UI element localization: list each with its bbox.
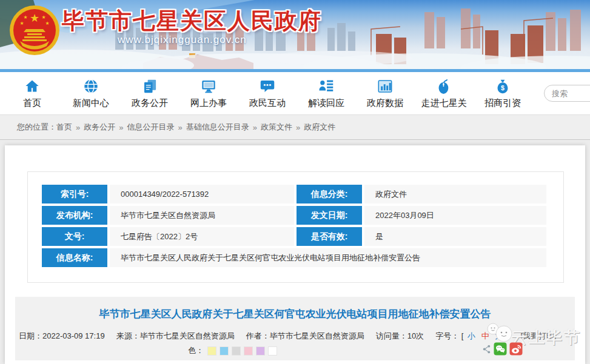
monitor-icon xyxy=(199,78,218,94)
document-info-box: 索引号: 000014349/2022-571392 信息分类: 政府文件 发布… xyxy=(27,171,564,283)
info-label-validity: 是否有效: xyxy=(297,227,362,246)
article-title: 毕节市七星关区人民政府关于七星关区何官屯农业光伏电站项目用地征地补偿安置公告 xyxy=(15,297,575,321)
breadcrumb-item-gov-affairs[interactable]: 政务公开 xyxy=(84,122,115,133)
breadcrumb-separator: » xyxy=(178,123,182,132)
info-value-validity: 是 xyxy=(364,227,546,246)
breadcrumb-item-policy-files[interactable]: 政策文件 xyxy=(261,122,292,133)
bar-chart-icon xyxy=(376,78,394,94)
svg-text:★: ★ xyxy=(41,15,45,20)
weibo-icon[interactable] xyxy=(509,342,523,356)
info-value-doc-number: 七星府告〔2022〕2号 xyxy=(110,227,294,246)
breadcrumb-item-info-catalog[interactable]: 信息公开目录 xyxy=(127,122,174,133)
national-emblem-logo[interactable]: ★ ★ ★ ★ ★ xyxy=(9,5,60,56)
info-value-issue-date: 2022年03月09日 xyxy=(364,206,546,225)
svg-text:★: ★ xyxy=(30,12,39,24)
documents-icon xyxy=(141,78,159,94)
nav-label: 政府数据 xyxy=(367,98,403,109)
info-label-issue-date: 发文日期: xyxy=(297,206,362,225)
nav-item-investment[interactable]: $ 招商引资 xyxy=(485,78,520,109)
nav-item-about-qixingguan[interactable]: 走进七星关 xyxy=(426,78,461,109)
meta-author: 作者：毕节市七星关区自然资源局 xyxy=(246,331,364,342)
nav-item-gov-affairs[interactable]: 政务公开 xyxy=(132,78,167,109)
nav-item-interpretation[interactable]: 解读回应 xyxy=(309,78,344,109)
breadcrumb-item-basic-info-catalog[interactable]: 基础信息公开目录 xyxy=(186,122,249,133)
nav-label: 网上办事 xyxy=(190,98,227,109)
main-nav: 首页 新闻中心 政务公开 网上办事 政民互动 xyxy=(0,72,590,115)
svg-text:★: ★ xyxy=(45,21,49,26)
info-value-index-number: 000014349/2022-571392 xyxy=(110,185,294,204)
nav-item-interaction[interactable]: 政民互动 xyxy=(250,78,285,109)
nav-label: 走进七星关 xyxy=(421,98,467,109)
nav-label: 解读回应 xyxy=(308,98,344,109)
nav-item-gov-data[interactable]: 政府数据 xyxy=(367,78,403,109)
search-input[interactable] xyxy=(552,89,590,98)
nav-label: 政民互动 xyxy=(249,98,286,109)
breadcrumb-separator: » xyxy=(253,123,257,132)
nav-item-home[interactable]: 首页 xyxy=(15,78,50,109)
nav-label: 政务公开 xyxy=(132,98,168,109)
color-swatch-yellow[interactable] xyxy=(208,347,216,355)
svg-text:★: ★ xyxy=(19,21,24,26)
info-label-info-name: 信息名称: xyxy=(42,248,107,267)
breadcrumb-item-home[interactable]: 首页 xyxy=(56,122,72,133)
fontsize-small-button[interactable]: 小 xyxy=(466,331,477,340)
nav-item-online-services[interactable]: 网上办事 xyxy=(191,78,226,109)
page-color-picker: 色： xyxy=(188,345,277,356)
site-url: www.bjqixingguan.gov.cn xyxy=(118,34,247,46)
meta-source: 来源：毕节市七星关区自然资源局 xyxy=(116,331,235,342)
search-box[interactable] xyxy=(544,85,590,102)
breadcrumb-separator: » xyxy=(76,123,80,132)
nav-label: 新闻中心 xyxy=(73,98,109,109)
wechat-icon[interactable] xyxy=(494,342,507,356)
mouse-icon xyxy=(435,78,453,94)
cloud-bijie-watermark: 云上毕节 xyxy=(481,322,588,360)
cloud-mascot-icon xyxy=(486,322,515,343)
site-title: 毕节市七星关区人民政府 xyxy=(62,6,322,36)
color-swatch-blue[interactable] xyxy=(220,347,228,355)
color-label: 色： xyxy=(188,345,204,356)
meta-visits: 访问量：10次 xyxy=(376,331,424,342)
info-value-category: 政府文件 xyxy=(364,185,546,204)
color-swatch-gray[interactable] xyxy=(232,347,240,355)
color-swatch-pink[interactable] xyxy=(244,347,252,355)
breadcrumb-prefix: 您的位置： xyxy=(17,122,56,133)
breadcrumb-separator: » xyxy=(296,123,300,132)
info-value-issuing-agency: 毕节市七星关区自然资源局 xyxy=(110,206,294,225)
site-header: ★ ★ ★ ★ ★ 毕节市七星关区人民政府 www.bjqixingguan.g… xyxy=(0,0,590,72)
info-label-category: 信息分类: xyxy=(297,185,362,204)
home-icon xyxy=(23,78,41,94)
share-buttons xyxy=(482,342,525,356)
color-swatch-white[interactable] xyxy=(269,347,277,355)
breadcrumb-item-gov-files[interactable]: 政府文件 xyxy=(304,122,335,133)
document-info-table: 索引号: 000014349/2022-571392 信息分类: 政府文件 发布… xyxy=(42,185,546,267)
info-label-index-number: 索引号: xyxy=(42,185,107,204)
info-label-doc-number: 文号: xyxy=(42,227,107,246)
svg-text:★: ★ xyxy=(23,15,27,20)
breadcrumb-separator: » xyxy=(119,123,123,132)
color-swatch-purple[interactable] xyxy=(256,347,264,355)
money-bag-icon: $ xyxy=(494,78,512,94)
globe-icon xyxy=(82,78,100,94)
chat-bubble-icon xyxy=(258,78,277,94)
info-label-issuing-agency: 发布机构: xyxy=(42,206,107,225)
meta-date: 日期：2022-03-09 17:19 xyxy=(19,331,105,342)
share-icon[interactable] xyxy=(482,344,491,354)
info-value-info-name: 毕节市七星关区人民政府关于七星关区何官屯农业光伏电站项目用地征地补偿安置公告 xyxy=(110,248,546,267)
breadcrumb: 您的位置： 首页 » 政务公开 » 信息公开目录 » 基础信息公开目录 » 政策… xyxy=(0,115,590,140)
nav-item-news[interactable]: 新闻中心 xyxy=(73,78,109,109)
person-list-icon xyxy=(317,78,335,94)
nav-label: 招商引资 xyxy=(484,98,521,109)
svg-text:$: $ xyxy=(501,84,505,91)
nav-label: 首页 xyxy=(23,98,41,109)
